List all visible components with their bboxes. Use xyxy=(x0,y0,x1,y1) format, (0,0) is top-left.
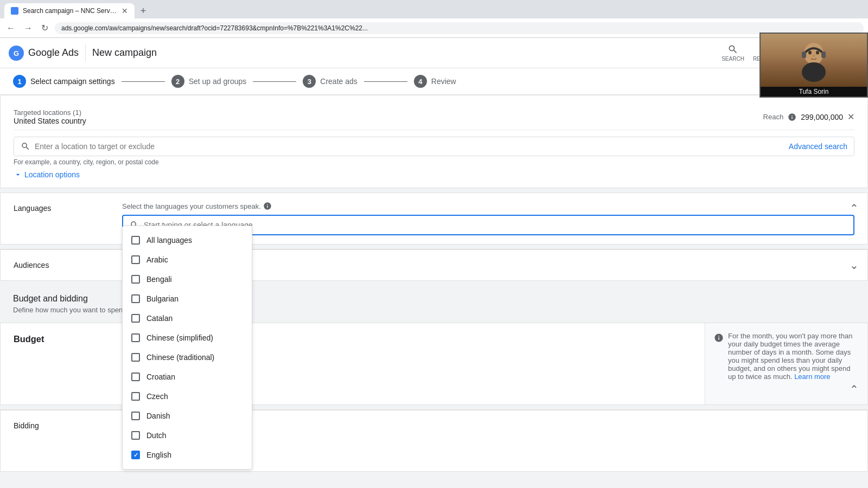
active-tab[interactable]: Search campaign – NNC Service... ✕ xyxy=(4,3,135,18)
lang-checkbox-all-languages[interactable] xyxy=(131,236,140,245)
svg-rect-5 xyxy=(802,52,806,58)
languages-section-label: Languages xyxy=(14,204,96,213)
lang-label-bulgarian: Bulgarian xyxy=(146,294,178,303)
lang-label-czech: Czech xyxy=(146,392,168,401)
step-connector-2 xyxy=(253,81,296,82)
language-dropdown: All languages Arabic Bengali Bulgarian xyxy=(122,226,252,470)
lang-item-czech[interactable]: Czech xyxy=(123,387,252,406)
lang-item-danish[interactable]: Danish xyxy=(123,406,252,426)
lang-item-english[interactable]: English xyxy=(123,445,252,465)
audiences-section-label: Audiences xyxy=(14,261,96,269)
lang-checkbox-chinese-traditional[interactable] xyxy=(131,353,140,362)
svg-point-8 xyxy=(816,51,819,55)
lang-item-all-languages[interactable]: All languages xyxy=(123,230,252,250)
wizard-step-1: 1 Select campaign settings xyxy=(13,75,115,88)
lang-item-bengali[interactable]: Bengali xyxy=(123,269,252,289)
lang-label-catalan: Catalan xyxy=(146,314,173,323)
lang-item-chinese-traditional[interactable]: Chinese (traditional) xyxy=(123,348,252,367)
svg-point-7 xyxy=(808,51,812,55)
svg-point-9 xyxy=(813,55,815,57)
lang-checkbox-bengali[interactable] xyxy=(131,275,140,284)
wizard-step-4: 4 Review xyxy=(414,75,456,88)
webcam-overlay: Tufa Sorin xyxy=(760,33,868,98)
languages-help-icon xyxy=(263,202,272,210)
location-card: Targeted locations (1) United States cou… xyxy=(0,95,868,188)
lang-item-arabic[interactable]: Arabic xyxy=(123,250,252,269)
lang-item-croatian[interactable]: Croatian xyxy=(123,367,252,387)
lang-item-dutch[interactable]: Dutch xyxy=(123,426,252,445)
svg-point-4 xyxy=(802,62,826,82)
lang-item-chinese-simplified[interactable]: Chinese (simplified) xyxy=(123,328,252,348)
location-search-box: Advanced search xyxy=(14,137,854,156)
lang-label-arabic: Arabic xyxy=(146,255,168,264)
step-4-number: 4 xyxy=(414,75,427,88)
tab-close-button[interactable]: ✕ xyxy=(122,7,128,15)
step-1-label: Select campaign settings xyxy=(30,77,115,86)
bidding-section-label: Bidding xyxy=(14,421,96,430)
location-search-input[interactable] xyxy=(35,142,784,151)
remove-location-button[interactable]: ✕ xyxy=(847,112,854,122)
budget-label-col: Budget xyxy=(1,323,109,404)
lang-label-chinese-simplified: Chinese (simplified) xyxy=(146,333,213,342)
svg-text:G: G xyxy=(14,49,19,57)
lang-checkbox-danish[interactable] xyxy=(131,412,140,420)
languages-section: Languages Select the languages your cust… xyxy=(1,193,867,244)
wizard-step-3: 3 Create ads xyxy=(303,75,357,88)
lang-label-english: English xyxy=(146,451,171,459)
lang-checkbox-arabic[interactable] xyxy=(131,255,140,264)
budget-note-text: For the month, you won't pay more than y… xyxy=(728,332,852,381)
location-section: Targeted locations (1) United States cou… xyxy=(1,95,867,188)
lang-label-bengali: Bengali xyxy=(146,275,172,284)
lang-checkbox-catalan[interactable] xyxy=(131,314,140,323)
wizard-step-2: 2 Set up ad groups xyxy=(171,75,247,88)
search-action[interactable]: SEARCH xyxy=(722,44,744,62)
lang-label-all-languages: All languages xyxy=(146,236,192,245)
tab-title: Search campaign – NNC Service... xyxy=(23,7,117,15)
page-title: New campaign xyxy=(92,47,157,59)
location-info: Targeted locations (1) United States cou… xyxy=(14,108,86,125)
tab-favicon xyxy=(11,7,18,15)
location-row: Targeted locations (1) United States cou… xyxy=(14,104,854,130)
budget-collapse-button[interactable]: ⌃ xyxy=(714,383,859,396)
header-divider xyxy=(85,44,86,62)
lang-checkbox-bulgarian[interactable] xyxy=(131,294,140,303)
google-ads-logo: G Google Ads xyxy=(9,46,79,61)
chevron-down-icon xyxy=(14,170,22,179)
lang-checkbox-czech[interactable] xyxy=(131,392,140,401)
languages-card: Languages Select the languages your cust… xyxy=(0,192,868,245)
budget-note-col: For the month, you won't pay more than y… xyxy=(705,323,867,404)
step-2-label: Set up ad groups xyxy=(189,77,247,86)
lang-checkbox-english[interactable] xyxy=(131,451,140,459)
lang-checkbox-croatian[interactable] xyxy=(131,373,140,381)
step-connector-1 xyxy=(122,81,165,82)
budget-learn-more-link[interactable]: Learn more xyxy=(794,373,830,381)
back-button[interactable]: ← xyxy=(4,21,17,35)
browser-address-bar: ← → ↻ xyxy=(0,18,868,38)
budget-info-icon xyxy=(714,333,724,343)
new-tab-button[interactable]: + xyxy=(136,3,151,18)
reach-info-icon xyxy=(788,113,796,121)
location-options-link[interactable]: Location options xyxy=(14,170,854,179)
webcam-video xyxy=(761,34,867,87)
languages-content-col: Select the languages your customers spea… xyxy=(109,193,867,244)
search-action-label: SEARCH xyxy=(722,56,744,62)
lang-item-bulgarian[interactable]: Bulgarian xyxy=(123,289,252,309)
step-connector-3 xyxy=(364,81,407,82)
lang-checkbox-chinese-simplified[interactable] xyxy=(131,333,140,342)
lang-item-catalan[interactable]: Catalan xyxy=(123,309,252,328)
forward-button[interactable]: → xyxy=(22,21,35,35)
webcam-name-label: Tufa Sorin xyxy=(761,87,867,97)
step-4-label: Review xyxy=(431,77,456,86)
lang-label-dutch: Dutch xyxy=(146,431,167,440)
wizard-steps: 1 Select campaign settings 2 Set up ad g… xyxy=(0,68,868,95)
targeted-locations-label: Targeted locations (1) xyxy=(14,108,86,117)
reach-value: 299,000,000 xyxy=(801,113,843,121)
lang-checkbox-dutch[interactable] xyxy=(131,431,140,440)
location-hint: For example, a country, city, region, or… xyxy=(14,158,854,166)
bidding-label-col: Bidding xyxy=(1,410,109,471)
address-bar[interactable] xyxy=(55,22,864,34)
advanced-search-link[interactable]: Advanced search xyxy=(789,142,847,151)
audiences-collapse-button[interactable]: ⌄ xyxy=(850,259,859,272)
languages-collapse-button[interactable]: ⌃ xyxy=(850,202,859,215)
refresh-button[interactable]: ↻ xyxy=(39,21,50,35)
